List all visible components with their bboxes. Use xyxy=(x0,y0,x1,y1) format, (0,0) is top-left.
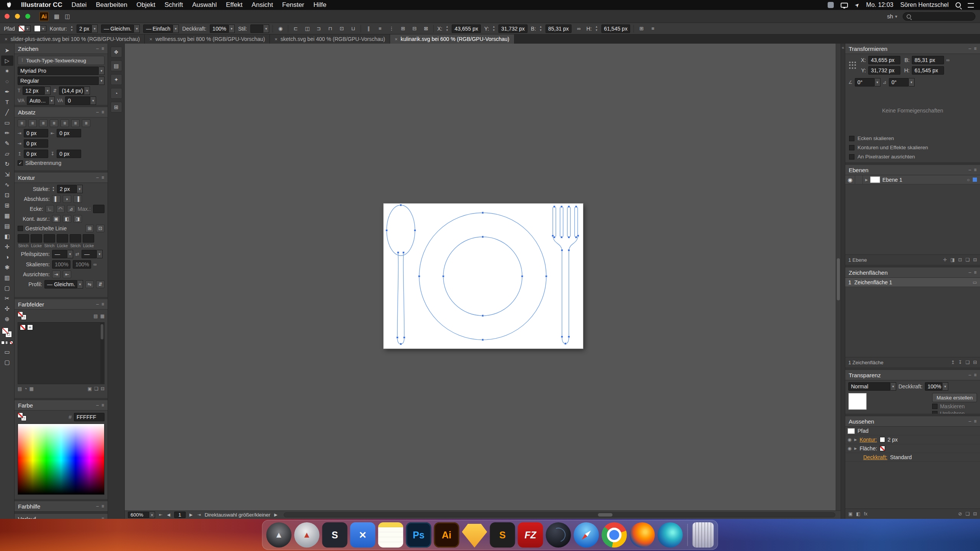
blend-mode-dropdown[interactable]: Normal▾ xyxy=(848,382,896,391)
justify-all-button[interactable]: ≡ xyxy=(82,119,90,127)
distribute-spacing-icon[interactable]: ⋮ xyxy=(387,25,395,33)
clear-appearance-icon[interactable]: ⊘ xyxy=(958,511,962,517)
arrange-documents-icon[interactable]: ▦ xyxy=(54,13,59,20)
weight-stepper[interactable]: ▲▼ xyxy=(52,186,55,192)
flip-along-button[interactable]: ⇵ xyxy=(96,280,105,288)
height-stepper[interactable]: ▲▼ xyxy=(595,25,598,31)
rotate-dropdown[interactable]: 0°▾ xyxy=(855,78,880,86)
dock-item-rocket-app[interactable] xyxy=(294,522,320,548)
dash-2-field[interactable] xyxy=(44,234,55,243)
justify-left-button[interactable]: ≡ xyxy=(50,119,58,127)
left-indent-field[interactable]: 0 px xyxy=(24,129,48,137)
previous-artboard-icon[interactable]: ◀ xyxy=(166,512,171,517)
dock-item-x-app[interactable]: ✕ xyxy=(350,522,376,548)
collapse-icon[interactable]: – xyxy=(96,403,99,408)
more-options-icon[interactable]: ≡ xyxy=(649,25,657,33)
spotlight-icon[interactable] xyxy=(956,2,961,8)
distribute-vertical-icon[interactable]: ≡ xyxy=(376,25,384,33)
symbol-sprayer-tool[interactable]: ❃ xyxy=(1,262,13,272)
add-effect-icon[interactable]: fx xyxy=(864,511,867,517)
swatch-scrollbar[interactable] xyxy=(100,323,104,383)
tab-wellness[interactable]: ×wellness.svg bei 800 % (RGB/GPU-Vorscha… xyxy=(145,34,270,44)
panel-menu-icon[interactable]: ≡ xyxy=(101,109,104,115)
fork-handle-path[interactable] xyxy=(553,236,578,344)
stroke-color-swatch[interactable] xyxy=(880,437,885,442)
width-tool[interactable]: ∿ xyxy=(1,179,13,190)
stroke-weight-value[interactable]: 2 px xyxy=(888,437,898,443)
selection-indicator[interactable] xyxy=(973,178,977,182)
join-miter-button[interactable]: ∟ xyxy=(46,205,54,213)
magic-wand-tool[interactable]: ✶ xyxy=(1,66,13,76)
panel-menu-icon[interactable]: ≡ xyxy=(974,167,977,173)
distribute-horizontal-icon[interactable]: ∥ xyxy=(364,25,372,33)
gradient-button[interactable] xyxy=(5,341,9,344)
align-stroke-outside-button[interactable]: ◨ xyxy=(74,215,82,223)
reference-point-locator[interactable] xyxy=(848,61,857,70)
shear-dropdown[interactable]: 0°▾ xyxy=(889,78,915,86)
close-icon[interactable]: × xyxy=(5,36,8,42)
grid-view-icon[interactable]: ▦ xyxy=(100,313,105,319)
fill-stroke-indicator[interactable] xyxy=(2,327,13,339)
screen-mode-button[interactable]: ▢ xyxy=(1,357,13,367)
arrow-align-end-button[interactable]: ⇤ xyxy=(63,271,71,278)
make-clipping-mask-icon[interactable]: ◨ xyxy=(951,257,955,262)
window-zoom-button[interactable] xyxy=(25,14,30,19)
selection-tool[interactable]: ➤ xyxy=(1,45,13,55)
stroke-color-dropdown[interactable]: ▾ xyxy=(34,25,46,32)
gradient-tool[interactable]: ◧ xyxy=(1,231,13,241)
artboard[interactable] xyxy=(384,204,583,349)
x-field[interactable]: 43,655 px xyxy=(452,24,481,33)
expand-icon[interactable]: ▶ xyxy=(854,447,857,450)
move-artboard-down-icon[interactable]: ↧ xyxy=(958,360,962,365)
stroke-link[interactable]: Kontur: xyxy=(859,437,877,443)
fork-tine-path[interactable] xyxy=(560,207,563,237)
expand-icon[interactable]: ▶ xyxy=(854,438,857,442)
dock-item-firefox-dev[interactable] xyxy=(658,522,683,548)
pixel-grid-checkbox[interactable] xyxy=(849,154,854,160)
leading-dropdown[interactable]: (14,4 px)▾ xyxy=(59,86,90,95)
align-center-button[interactable]: ≡ xyxy=(28,119,37,127)
collapse-icon[interactable]: – xyxy=(96,302,99,307)
clip-checkbox[interactable] xyxy=(932,404,938,409)
panel-menu-icon[interactable]: ≡ xyxy=(101,46,104,51)
column-graph-tool[interactable]: ▥ xyxy=(1,272,13,283)
gap-3-field[interactable] xyxy=(83,234,94,243)
align-to-selection-icon[interactable]: ⊞ xyxy=(399,25,407,33)
first-artboard-icon[interactable]: ⇤ xyxy=(158,512,163,517)
show-kinds-icon[interactable]: ▦ xyxy=(29,386,34,391)
align-center-icon[interactable]: ◫ xyxy=(303,25,311,33)
fork-tine-path[interactable] xyxy=(567,207,570,237)
arrow-scale-start-field[interactable]: 100% xyxy=(52,260,70,269)
collapsed-panel-pathfinder[interactable]: ⊞ xyxy=(111,102,122,112)
window-minimize-button[interactable] xyxy=(15,14,20,19)
fork-tine-path[interactable] xyxy=(553,207,556,237)
style-dropdown[interactable]: ▾ xyxy=(250,24,269,33)
delete-swatch-icon[interactable]: ⊟ xyxy=(101,386,105,391)
expand-dock-icon[interactable]: « xyxy=(842,45,844,519)
dock-item-photoshop[interactable]: Ps xyxy=(406,522,431,548)
height-field[interactable]: 61,545 px xyxy=(912,66,944,75)
join-bevel-button[interactable]: ⊿ xyxy=(67,205,75,213)
panel-menu-icon[interactable]: ≡ xyxy=(101,403,104,408)
align-right-button[interactable]: ≡ xyxy=(39,119,47,127)
horizontal-scrollbar[interactable] xyxy=(284,512,835,517)
tab-sketch[interactable]: ×sketch.svg bei 400 % (RGB/GPU-Vorschau) xyxy=(270,34,390,44)
justify-center-button[interactable]: ≡ xyxy=(60,119,69,127)
fill-stroke-indicator[interactable] xyxy=(18,311,28,321)
dock-item-firefox[interactable] xyxy=(630,522,655,548)
visibility-icon[interactable]: ◉ xyxy=(848,437,851,442)
new-layer-icon[interactable]: ❏ xyxy=(965,257,970,262)
paintbrush-tool[interactable]: ✏ xyxy=(1,128,13,138)
dock-item-launchpad[interactable] xyxy=(266,522,292,548)
dock-item-notes[interactable] xyxy=(378,522,403,548)
artboard-tool[interactable]: ▢ xyxy=(1,283,13,293)
line-segment-tool[interactable]: ╱ xyxy=(1,107,13,117)
first-line-indent-field[interactable]: 0 px xyxy=(24,139,48,148)
opacity-link[interactable]: Deckkraft: xyxy=(863,454,887,460)
collapsed-panel-brushes[interactable]: ▤ xyxy=(111,60,122,71)
direct-selection-tool[interactable]: ▷ xyxy=(1,55,13,66)
fill-stroke-indicator[interactable] xyxy=(18,412,28,422)
eyedropper-tool[interactable]: ✛ xyxy=(1,241,13,252)
fork-tine-path[interactable] xyxy=(575,207,578,237)
registration-swatch[interactable]: ✛ xyxy=(27,324,33,330)
